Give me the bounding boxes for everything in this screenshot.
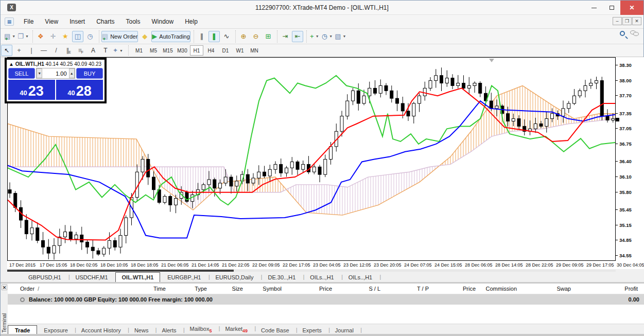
cursor-tool-button[interactable]: ↖	[1, 45, 12, 56]
terminal-tab-market[interactable]: Market49	[218, 324, 254, 335]
chart-tab-oils-h1[interactable]: OILs..,H1	[303, 273, 341, 282]
timeframe-m1[interactable]: M1	[132, 45, 146, 56]
chart-shift-button[interactable]: ⇤	[292, 31, 303, 42]
trendline-tool-button[interactable]: /	[50, 45, 62, 56]
maximize-button[interactable]	[603, 1, 620, 15]
line-chart-button[interactable]: ∿	[221, 31, 232, 42]
minimize-button[interactable]	[585, 1, 603, 15]
menu-charts[interactable]: Charts	[91, 16, 120, 27]
column-commission[interactable]: Commission	[476, 286, 517, 292]
timeframe-h4[interactable]: H4	[204, 45, 218, 56]
column-symbol[interactable]: Symbol	[243, 286, 282, 292]
zoom-out-icon: ⊖	[253, 32, 258, 40]
chart-tab-eurusd-daily[interactable]: EURUSD,Daily	[208, 273, 260, 282]
column-price[interactable]: Price	[429, 286, 476, 292]
chart-tab-oil-wti-h1[interactable]: OIL.WTI.,H1	[115, 272, 161, 282]
chevron-down-icon[interactable]: ▼	[12, 34, 15, 38]
menu-tools[interactable]: Tools	[120, 16, 146, 27]
volume-down-button[interactable]: ▼	[37, 68, 42, 78]
periods-button[interactable]: ◷▼	[321, 31, 333, 42]
column-order[interactable]: Order/	[8, 286, 136, 292]
price-axis-label: 35.45	[619, 207, 632, 213]
time-axis[interactable]: 17 Dec 201517 Dec 15:0518 Dec 02:0518 De…	[7, 261, 644, 269]
chevron-down-icon[interactable]: ▼	[329, 34, 333, 38]
navigator-crosshair-button[interactable]: ✛	[47, 31, 59, 42]
terminal-close-button[interactable]: ✕	[2, 285, 7, 290]
chart-tab-de-30-h1[interactable]: DE.30..,H1	[260, 273, 303, 282]
column-size[interactable]: Size	[207, 286, 243, 292]
experts-wedge-button[interactable]: ◆	[139, 31, 150, 42]
templates-button[interactable]: ▧▼	[334, 31, 346, 42]
profiles-button[interactable]: ❐▼	[17, 31, 29, 42]
auto-scroll-button[interactable]: ⇥	[280, 31, 291, 42]
chart-shift-marker[interactable]	[489, 59, 494, 62]
volume-up-button[interactable]: ▲	[69, 68, 75, 78]
text-label-tool-button[interactable]: T	[100, 45, 111, 56]
chevron-down-icon[interactable]: ▼	[119, 49, 123, 52]
sell-button[interactable]: SELL	[8, 68, 35, 79]
chart-tab-eurgbp-h1[interactable]: EURGBP.,H1	[160, 273, 208, 282]
timeframe-d1[interactable]: D1	[219, 45, 232, 56]
indicators-button[interactable]: +▼	[309, 31, 320, 42]
sell-price-panel[interactable]: 40 23	[8, 80, 55, 100]
timeframe-m5[interactable]: M5	[147, 45, 160, 56]
column-swap[interactable]: Swap	[517, 286, 571, 292]
buy-price-panel[interactable]: 40 28	[56, 80, 103, 100]
volume-input[interactable]	[42, 68, 68, 78]
terminal-tab-mailbox[interactable]: Mailbox5	[183, 324, 219, 335]
child-restore-button[interactable]: ❐	[622, 17, 632, 25]
fibonacci-tool-button[interactable]: ≡F	[75, 45, 86, 56]
data-window-button[interactable]: ◷	[84, 31, 96, 42]
chevron-down-icon[interactable]: ▼	[316, 34, 319, 38]
shapes-tool-button[interactable]: ✦▼	[112, 45, 124, 56]
bar-chart-button[interactable]: ∥	[196, 31, 207, 42]
favorites-button[interactable]: ★	[60, 31, 71, 42]
balance-row[interactable]: Balance: 100 000.00 GBP Equity: 100 000.…	[8, 294, 644, 305]
child-minimize-button[interactable]: –	[613, 17, 622, 25]
column-type[interactable]: Type	[166, 286, 207, 292]
chevron-down-icon[interactable]: ▼	[25, 34, 29, 38]
channel-tool-button[interactable]: ∥E	[63, 45, 74, 56]
zoom-in-button[interactable]: ⊕	[238, 31, 249, 42]
search-icon[interactable]	[620, 31, 625, 36]
column-s-l[interactable]: S / L	[332, 286, 380, 292]
menu-view[interactable]: View	[39, 16, 64, 27]
menu-help[interactable]: Help	[179, 16, 203, 27]
collapse-arrow-icon[interactable]: ▲	[9, 61, 14, 67]
trade-widget-header[interactable]: ▲ OIL.WTI.,H1 40.14 40.25 40.09 40.23	[8, 61, 103, 68]
candlestick-chart-button[interactable]: ❚	[208, 31, 220, 42]
close-button[interactable]: ✕	[620, 1, 643, 15]
chevron-down-icon[interactable]: ▼	[342, 34, 346, 38]
timeframe-w1[interactable]: W1	[233, 45, 247, 56]
child-close-button[interactable]: ✕	[632, 17, 641, 25]
time-axis-label: 28 Dec 14:05	[495, 262, 523, 268]
column-time[interactable]: Time	[136, 286, 166, 292]
market-watch-symbols-button[interactable]: ❖	[35, 31, 46, 42]
column-profit[interactable]: Profit	[571, 286, 643, 292]
crosshair-tool-button[interactable]: +	[13, 45, 25, 56]
new-order-button[interactable]: ▤+New Order	[101, 31, 138, 42]
menu-file[interactable]: File	[18, 16, 39, 27]
timeframe-m30[interactable]: M30	[176, 45, 189, 56]
chart-tab-oils-h1[interactable]: OILs..,H1	[341, 273, 379, 282]
timeframe-m15[interactable]: M15	[161, 45, 175, 56]
chat-icon[interactable]	[630, 30, 638, 36]
buy-button[interactable]: BUY	[76, 68, 103, 79]
new-chart-button[interactable]: ▤+▼	[4, 31, 16, 42]
text-tool-button[interactable]: A	[88, 45, 99, 56]
column-t-p[interactable]: T / P	[380, 286, 429, 292]
market-watch-toggle-button[interactable]: ◫	[72, 31, 83, 42]
chart-tab-gbpusd-h1[interactable]: GBPUSD,H1	[21, 273, 68, 282]
column-price[interactable]: Price	[282, 286, 332, 292]
vertical-line-tool-button[interactable]: |	[26, 45, 37, 56]
menu-insert[interactable]: Insert	[64, 16, 91, 27]
price-axis[interactable]: 38.3038.0037.7037.3537.0536.7536.4036.10…	[616, 57, 644, 261]
horizontal-line-tool-button[interactable]: —	[38, 45, 49, 56]
tile-windows-button[interactable]: ⊞	[263, 31, 274, 42]
zoom-out-button[interactable]: ⊖	[250, 31, 262, 42]
menu-window[interactable]: Window	[146, 16, 180, 27]
chart-tab-usdchf-m1[interactable]: USDCHF,M1	[68, 273, 115, 282]
timeframe-h1[interactable]: H1	[190, 45, 203, 56]
autotrading-button[interactable]: ▶AutoTrading	[151, 31, 190, 42]
timeframe-mn[interactable]: MN	[248, 45, 261, 56]
